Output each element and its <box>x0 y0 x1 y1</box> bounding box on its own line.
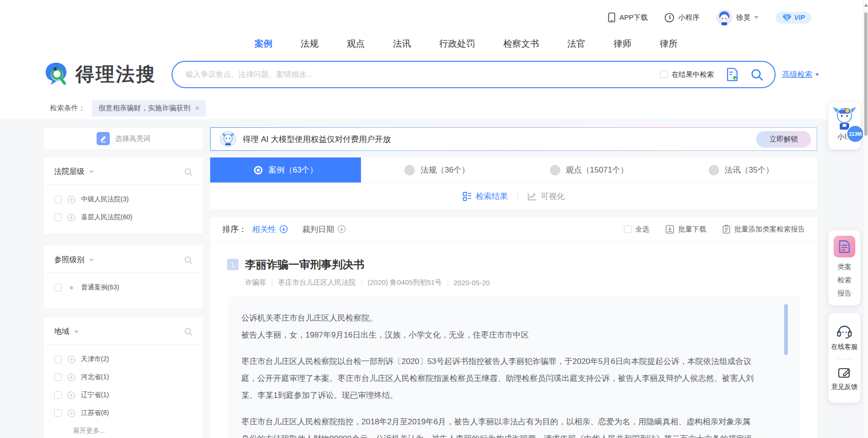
tab-legal-news[interactable]: 法讯（35个） <box>665 157 817 182</box>
expand-plus-icon[interactable] <box>67 355 75 364</box>
nav-item-legal-news[interactable]: 法讯 <box>393 38 411 50</box>
filter-header[interactable]: 法院层级 <box>44 157 203 185</box>
user-menu[interactable]: 徐昊 <box>716 9 759 25</box>
expand-plus-icon[interactable] <box>67 391 75 399</box>
select-all-toggle[interactable]: 全选 <box>624 225 649 234</box>
document-upload-icon[interactable] <box>726 67 738 82</box>
assistant-badge: 113M <box>846 125 864 143</box>
select-highlight-words-button[interactable]: 选择高亮词 <box>43 127 204 150</box>
brand-logo: 得理法搜 <box>42 60 156 88</box>
feedback-label[interactable]: 意见反馈 <box>831 383 858 391</box>
case-title-link[interactable]: 李丽诈骗一审刑事判决书 <box>245 257 364 272</box>
expand-plus-icon[interactable] <box>67 196 75 204</box>
divider <box>517 192 518 200</box>
nav-item-admin-penalty[interactable]: 行政处罚 <box>439 38 475 50</box>
filter-checkbox[interactable] <box>54 355 62 363</box>
filter-checkbox[interactable] <box>54 214 62 221</box>
select-all-checkbox[interactable] <box>624 225 631 233</box>
case-meta: 诈骗罪 枣庄市台儿庄区人民法院 (2020) 鲁0405刑初51号 2020-0… <box>245 278 800 287</box>
nav-item-regulations[interactable]: 法规 <box>301 38 319 50</box>
tab-opinions[interactable]: 观点（15071个） <box>513 157 665 182</box>
tab-regulations[interactable]: 法规（36个） <box>361 157 513 182</box>
radio-unselected-icon <box>404 165 415 175</box>
expand-plus-icon[interactable] <box>67 409 75 417</box>
circle-down-arrow-icon <box>279 225 288 233</box>
filter-search-icon[interactable] <box>184 328 193 336</box>
search-icon[interactable] <box>751 68 763 81</box>
filter-option[interactable]: 河北省(1) <box>54 373 193 381</box>
case-excerpt-panel[interactable]: 公诉机关枣庄市台儿庄区人民检察院。 被告人李丽，女，1987年9月16日出生，汉… <box>228 297 800 438</box>
view-results-option[interactable]: 检索结果 <box>463 191 508 202</box>
headset-icon[interactable] <box>836 325 852 339</box>
view-results-label: 检索结果 <box>476 191 508 202</box>
unlock-now-button[interactable]: 立即解锁 <box>756 131 811 148</box>
online-service-label[interactable]: 在线客服 <box>831 343 858 351</box>
result-type-tabs: 案例（63个） 法规（36个） 观点（15071个） 法讯（35个） <box>210 157 817 182</box>
filter-checkbox[interactable] <box>54 284 62 291</box>
mini-program-link[interactable]: 小程序 <box>664 13 699 23</box>
filter-option[interactable]: 基层人民法院(60) <box>54 213 193 222</box>
app-download-link[interactable]: APP下载 <box>608 12 647 23</box>
scroll-up-arrow-icon[interactable] <box>864 4 868 7</box>
batch-download-button[interactable]: 批量下载 <box>665 225 706 234</box>
criteria-tag: 假意相亲骗财，实施诈骗获刑 × <box>92 100 206 116</box>
search-in-results-checkbox[interactable] <box>660 71 668 78</box>
filter-checkbox[interactable] <box>54 391 62 399</box>
filter-option[interactable]: 辽宁省(1) <box>54 391 193 399</box>
tab-cases[interactable]: 案例（63个） <box>210 157 361 182</box>
search-input[interactable] <box>186 70 660 79</box>
search-in-results-toggle[interactable]: 在结果中检索 <box>660 70 714 79</box>
assistant-widget[interactable]: 小理 113M <box>828 102 860 149</box>
nav-item-law-firms[interactable]: 律所 <box>660 38 678 50</box>
case-result-item: 1 李丽诈骗一审刑事判决书 诈骗罪 枣庄市台儿庄区人民法院 (2020) 鲁04… <box>210 241 817 438</box>
batch-add-report-button[interactable]: 批量添加类案检索报告 <box>722 225 805 234</box>
vip-badge[interactable]: VIP <box>776 12 811 24</box>
filter-checkbox[interactable] <box>54 373 62 381</box>
sort-judgment-date-option[interactable]: 裁判日期 <box>302 224 346 235</box>
filter-option[interactable]: 普通案例(63) <box>54 283 193 292</box>
feedback-icon[interactable] <box>838 367 851 379</box>
expand-more-link[interactable]: 展开更多... <box>73 427 193 435</box>
sort-label: 排序： <box>222 224 246 235</box>
nav-item-judges[interactable]: 法官 <box>567 38 585 50</box>
filter-header[interactable]: 参照级别 <box>44 246 203 273</box>
filter-title: 地域 <box>54 327 69 337</box>
sort-relevance-option[interactable]: 相关性 <box>252 224 288 235</box>
filter-checkbox[interactable] <box>54 196 62 203</box>
search-bar: 在结果中检索 <box>172 61 776 88</box>
similar-case-report-widget[interactable]: 类案 检索 报告 <box>828 230 860 306</box>
filter-section-region: 地域 天津市(2) 河北省(1) 辽宁省(1) <box>43 317 204 438</box>
tab-label: 法规（36个） <box>420 165 469 175</box>
expand-plus-icon[interactable] <box>67 373 75 381</box>
advanced-search-label: 高级检索 <box>782 70 812 80</box>
panel-scrollbar-thumb[interactable] <box>784 304 788 355</box>
chevron-down-icon <box>89 259 94 262</box>
filter-option[interactable]: 中级人民法院(3) <box>54 195 193 204</box>
filter-option-label: 河北省(1) <box>81 373 109 381</box>
filter-option[interactable]: 江苏省(8) <box>54 409 193 417</box>
nav-item-lawyers[interactable]: 律师 <box>614 38 631 50</box>
page-scrollbar[interactable] <box>863 0 868 438</box>
divider <box>272 280 272 286</box>
view-visualization-option[interactable]: 可视化 <box>527 191 565 202</box>
filter-option[interactable]: 天津市(2) <box>54 355 193 364</box>
close-icon[interactable]: × <box>195 104 199 113</box>
filter-search-icon[interactable] <box>184 256 193 264</box>
page-scrollbar-thumb[interactable] <box>864 12 868 136</box>
filter-header[interactable]: 地域 <box>44 317 203 345</box>
case-cause: 诈骗罪 <box>245 278 266 287</box>
select-all-label: 全选 <box>635 225 649 234</box>
nav-item-procuratorate-docs[interactable]: 检察文书 <box>503 38 539 50</box>
expand-plus-icon[interactable] <box>67 214 75 222</box>
nav-item-opinions[interactable]: 观点 <box>347 38 365 50</box>
filter-search-icon[interactable] <box>184 168 193 176</box>
chart-icon <box>527 192 537 201</box>
advanced-search-link[interactable]: 高级检索 <box>782 70 819 80</box>
nav-item-cases[interactable]: 案例 <box>254 38 272 50</box>
filter-option-label: 基层人民法院(60) <box>81 213 132 222</box>
ai-mascot-icon <box>220 131 236 147</box>
case-paragraph: 公诉机关枣庄市台儿庄区人民检察院。 <box>241 310 758 327</box>
filter-checkbox[interactable] <box>54 409 62 417</box>
report-doc-icon <box>834 236 855 257</box>
filter-section-court-level: 法院层级 中级人民法院(3) 基层人民法院(60) <box>43 157 204 234</box>
